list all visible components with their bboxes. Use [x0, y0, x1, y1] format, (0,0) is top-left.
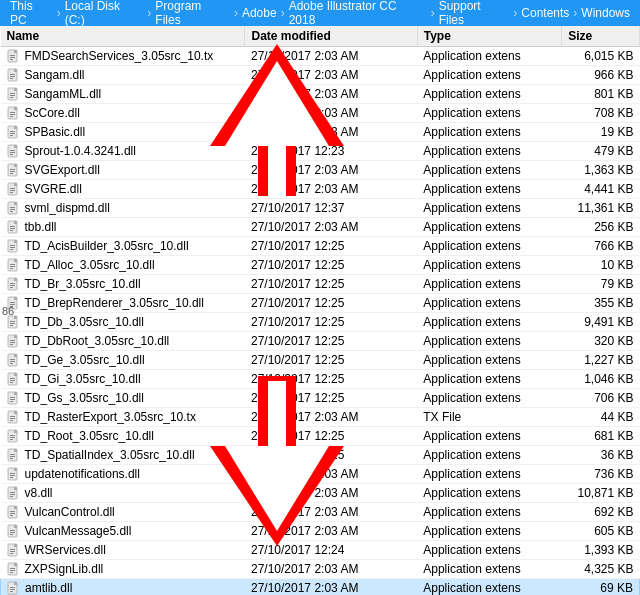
file-name-text: FMDSearchServices_3.05src_10.tx: [25, 49, 214, 63]
file-size-cell: 79 KB: [562, 275, 640, 294]
svg-rect-111: [14, 468, 17, 471]
file-type-cell: Application extens: [417, 541, 561, 560]
file-size-cell: 10 KB: [562, 256, 640, 275]
table-row[interactable]: TD_RasterExport_3.05src_10.tx27/10/2017 …: [1, 408, 640, 427]
file-date-cell: 27/10/2017 2:03 AM: [245, 218, 417, 237]
svg-rect-51: [14, 240, 17, 243]
table-row[interactable]: SVGRE.dll27/10/2017 2:03 AMApplication e…: [1, 180, 640, 199]
svg-rect-108: [10, 456, 15, 457]
table-row[interactable]: VulcanControl.dll27/10/2017 2:03 AMAppli…: [1, 503, 640, 522]
file-name-cell: TD_DbRoot_3.05src_10.dll: [1, 332, 245, 350]
table-row[interactable]: WRServices.dll27/10/2017 12:24Applicatio…: [1, 541, 640, 560]
file-date-cell: 27/10/2017 2:03 AM: [245, 408, 417, 427]
table-row[interactable]: SPBasic.dll27/10/2017 2:03 AMApplication…: [1, 123, 640, 142]
file-icon: [7, 448, 21, 462]
breadcrumb-part[interactable]: Adobe: [242, 6, 277, 20]
file-icon: [7, 125, 21, 139]
table-row[interactable]: SangamML.dll27/10/2017 2:03 AMApplicatio…: [1, 85, 640, 104]
table-row[interactable]: TD_Db_3.05src_10.dll27/10/2017 12:25Appl…: [1, 313, 640, 332]
table-row[interactable]: TD_Gs_3.05src_10.dll27/10/2017 12:25Appl…: [1, 389, 640, 408]
table-row[interactable]: TD_SpatialIndex_3.05src_10.dll27/10/2017…: [1, 446, 640, 465]
table-row[interactable]: ZXPSignLib.dll27/10/2017 2:03 AMApplicat…: [1, 560, 640, 579]
file-name-text: VulcanMessage5.dll: [25, 524, 132, 538]
column-header-size[interactable]: Size: [562, 26, 640, 47]
file-icon: [7, 201, 21, 215]
table-row[interactable]: Sangam.dll27/10/2017 2:03 AMApplication …: [1, 66, 640, 85]
file-size-cell: 605 KB: [562, 522, 640, 541]
file-name-cell: SVGExport.dll: [1, 161, 245, 179]
table-row[interactable]: TD_Gi_3.05src_10.dll27/10/2017 12:25Appl…: [1, 370, 640, 389]
file-type-cell: Application extens: [417, 294, 561, 313]
file-name-text: SPBasic.dll: [25, 125, 86, 139]
file-date-cell: 27/10/2017 12:25: [245, 446, 417, 465]
breadcrumb-part[interactable]: Local Disk (C:): [65, 0, 144, 27]
file-name-text: TD_RasterExport_3.05src_10.tx: [25, 410, 196, 424]
table-row[interactable]: TD_BrepRenderer_3.05src_10.dll27/10/2017…: [1, 294, 640, 313]
file-date-cell: 27/10/2017 2:03 AM: [245, 522, 417, 541]
breadcrumb-sep: ›: [513, 6, 517, 20]
table-row[interactable]: amtlib.dll27/10/2017 2:03 AMApplication …: [1, 579, 640, 596]
file-name-cell: Sangam.dll: [1, 66, 245, 84]
svg-rect-82: [10, 359, 15, 360]
column-header-type[interactable]: Type: [417, 26, 561, 47]
file-icon: [7, 87, 21, 101]
file-type-cell: TX File: [417, 408, 561, 427]
svg-rect-57: [10, 264, 15, 265]
file-name-text: WRServices.dll: [25, 543, 106, 557]
table-row[interactable]: SVGExport.dll27/10/2017 2:03 AMApplicati…: [1, 161, 640, 180]
svg-rect-38: [10, 190, 15, 191]
table-row[interactable]: TD_Br_3.05src_10.dll27/10/2017 12:25Appl…: [1, 275, 640, 294]
svg-rect-94: [10, 401, 13, 402]
svg-rect-84: [10, 363, 13, 364]
breadcrumb-part[interactable]: Program Files: [155, 0, 230, 27]
svg-rect-73: [10, 323, 15, 324]
file-type-cell: Application extens: [417, 218, 561, 237]
breadcrumb-part[interactable]: Windows: [581, 6, 630, 20]
breadcrumb-sep: ›: [573, 6, 577, 20]
table-row[interactable]: TD_Alloc_3.05src_10.dll27/10/2017 12:25A…: [1, 256, 640, 275]
table-row[interactable]: FMDSearchServices_3.05src_10.tx27/10/201…: [1, 47, 640, 66]
file-name-cell: TD_Gs_3.05src_10.dll: [1, 389, 245, 407]
table-row[interactable]: TD_Root_3.05src_10.dll27/10/2017 12:25Ap…: [1, 427, 640, 446]
table-row[interactable]: TD_Ge_3.05src_10.dll27/10/2017 12:25Appl…: [1, 351, 640, 370]
file-icon: [7, 163, 21, 177]
file-date-cell: 27/10/2017 2:03 AM: [245, 180, 417, 199]
file-name-text: VulcanControl.dll: [25, 505, 115, 519]
breadcrumb-part[interactable]: Contents: [521, 6, 569, 20]
breadcrumb-part[interactable]: Support Files: [439, 0, 510, 27]
breadcrumb-part[interactable]: Adobe Illustrator CC 2018: [289, 0, 427, 27]
file-date-cell: 27/10/2017 12:25: [245, 275, 417, 294]
table-row[interactable]: svml_dispmd.dll27/10/2017 12:37Applicati…: [1, 199, 640, 218]
file-type-cell: Application extens: [417, 104, 561, 123]
svg-rect-58: [10, 266, 15, 267]
file-name-cell: amtlib.dll: [1, 579, 245, 595]
file-type-cell: Application extens: [417, 161, 561, 180]
breadcrumb-part[interactable]: This PC: [10, 0, 53, 27]
svg-rect-67: [10, 302, 15, 303]
table-row[interactable]: v8.dll27/10/2017 2:03 AMApplication exte…: [1, 484, 640, 503]
table-row[interactable]: tbb.dll27/10/2017 2:03 AMApplication ext…: [1, 218, 640, 237]
file-date-cell: 27/10/2017 2:03 AM: [245, 47, 417, 66]
file-date-cell: 27/10/2017 12:25: [245, 427, 417, 446]
column-header-name[interactable]: Name: [1, 26, 245, 47]
svg-rect-131: [14, 544, 17, 547]
file-type-cell: Application extens: [417, 332, 561, 351]
column-header-date[interactable]: Date modified: [245, 26, 417, 47]
file-date-cell: 27/10/2017 2:03 AM: [245, 66, 417, 85]
file-name-cell: TD_Br_3.05src_10.dll: [1, 275, 245, 293]
file-name-cell: tbb.dll: [1, 218, 245, 236]
table-row[interactable]: updatenotifications.dll27/10/2017 2:03 A…: [1, 465, 640, 484]
svg-rect-113: [10, 475, 15, 476]
table-row[interactable]: ScCore.dll27/10/2017 2:03 AMApplication …: [1, 104, 640, 123]
table-row[interactable]: VulcanMessage5.dll27/10/2017 2:03 AMAppl…: [1, 522, 640, 541]
table-row[interactable]: Sprout-1.0.4.3241.dll27/10/2017 12:23App…: [1, 142, 640, 161]
file-type-cell: Application extens: [417, 389, 561, 408]
svg-rect-49: [10, 230, 13, 231]
file-name-text: TD_Root_3.05src_10.dll: [25, 429, 154, 443]
table-row[interactable]: TD_AcisBuilder_3.05src_10.dll27/10/2017 …: [1, 237, 640, 256]
file-type-cell: Application extens: [417, 484, 561, 503]
file-type-cell: Application extens: [417, 427, 561, 446]
file-icon: [7, 410, 21, 424]
table-row[interactable]: TD_DbRoot_3.05src_10.dll27/10/2017 12:25…: [1, 332, 640, 351]
svg-rect-74: [10, 325, 13, 326]
